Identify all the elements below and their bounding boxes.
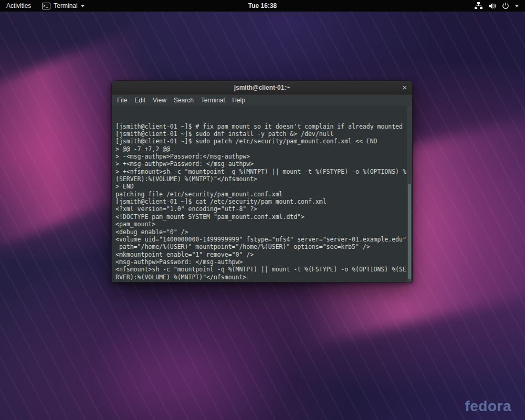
- desktop: fedora Activities Terminal Tue 16:38: [0, 0, 525, 420]
- terminal-line: <debug enable="0" />: [116, 228, 406, 236]
- chevron-down-icon: [515, 5, 519, 7]
- terminal-line: <mkmountpoint enable="1" remove="0" />: [116, 251, 406, 258]
- terminal-line: <pam_mount>: [116, 220, 406, 228]
- terminal-line: > @@ -7 +7,2 @@: [116, 145, 406, 153]
- window-title: jsmith@client-01:~: [234, 84, 290, 91]
- terminal-line: <nfsmount>sh -c "mountpoint -q %(MNTPT) …: [116, 266, 406, 273]
- close-button[interactable]: ×: [402, 83, 407, 91]
- terminal-line: (SERVER):%(VOLUME) %(MNTPT)"</nfsmount>: [116, 175, 406, 183]
- fedora-logo: fedora: [465, 398, 511, 415]
- app-menu-button[interactable]: Terminal: [37, 0, 89, 12]
- terminal-content[interactable]: [jsmith@client-01 ~]$ # fix pam_mount so…: [112, 106, 412, 282]
- terminal-line: <?xml version="1.0" encoding="utf-8" ?>: [116, 205, 406, 213]
- terminal-line: [jsmith@client-01 ~]$ sudo dnf install -…: [116, 130, 406, 138]
- terminal-line: > END: [116, 183, 406, 190]
- terminal-window: jsmith@client-01:~ × FileEditViewSearchT…: [111, 80, 413, 282]
- terminal-line: <volume uid="1400000000-1499999999" fsty…: [116, 236, 406, 243]
- network-icon: [475, 2, 482, 9]
- scrollbar[interactable]: [407, 106, 412, 282]
- terminal-line: path="/home/%(USER)" mountpoint="/home/%…: [116, 243, 406, 250]
- terminal-line: > -<msg-authpw>Password:</msg-authpw>: [116, 153, 406, 160]
- scrollbar-thumb[interactable]: [408, 184, 411, 279]
- menu-item[interactable]: Help: [228, 97, 249, 104]
- menu-item[interactable]: Terminal: [197, 97, 228, 104]
- system-menu-button[interactable]: [468, 0, 525, 12]
- titlebar[interactable]: jsmith@client-01:~ ×: [112, 81, 412, 94]
- wallpaper-streak: [52, 262, 336, 420]
- terminal-line: > +<nfsmount>sh -c "mountpoint -q %(MNTP…: [116, 168, 406, 175]
- menu-item[interactable]: View: [149, 97, 170, 104]
- terminal-app-icon: [42, 3, 50, 9]
- menu-item[interactable]: Search: [170, 97, 197, 104]
- chevron-down-icon: [81, 5, 85, 7]
- terminal-line: RVER):%(VOLUME) %(MNTPT)"</nfsmount>: [116, 274, 406, 281]
- activities-button[interactable]: Activities: [0, 0, 37, 12]
- terminal-line: > +<msg-authpw>Password: </msg-authpw>: [116, 160, 406, 167]
- power-icon: [502, 2, 509, 9]
- volume-icon: [488, 3, 496, 9]
- terminal-line: <msg-authpw>Password: </msg-authpw>: [116, 258, 406, 266]
- terminal-lines: [jsmith@client-01 ~]$ # fix pam_mount so…: [116, 123, 406, 282]
- app-menu-label: Terminal: [54, 2, 77, 9]
- menu-item[interactable]: Edit: [131, 97, 149, 104]
- menu-item[interactable]: File: [113, 97, 131, 104]
- top-bar: Activities Terminal Tue 16:38: [0, 0, 525, 12]
- terminal-line: <!DOCTYPE pam_mount SYSTEM "pam_mount.co…: [116, 213, 406, 220]
- terminal-line: patching file /etc/security/pam_mount.co…: [116, 191, 406, 198]
- terminal-line: [jsmith@client-01 ~]$ sudo patch /etc/se…: [116, 138, 406, 145]
- terminal-line: [jsmith@client-01 ~]$ cat /etc/security/…: [116, 198, 406, 205]
- menu-bar: FileEditViewSearchTerminalHelp: [112, 94, 412, 106]
- terminal-line: [jsmith@client-01 ~]$ # fix pam_mount so…: [116, 123, 406, 130]
- clock[interactable]: Tue 16:38: [248, 2, 277, 9]
- terminal-line: </pam_mount>: [116, 281, 406, 282]
